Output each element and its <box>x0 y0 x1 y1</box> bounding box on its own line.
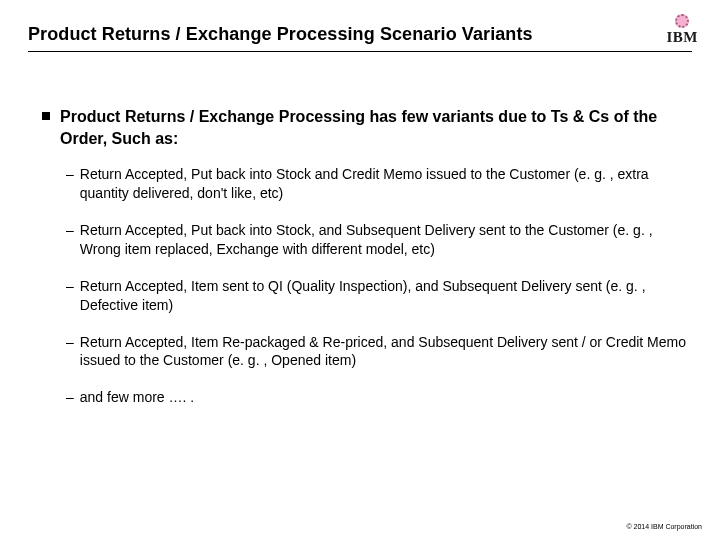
dash-bullet-icon: – <box>66 388 74 407</box>
dash-bullet-icon: – <box>66 277 74 296</box>
list-item: – Return Accepted, Item Re-packaged & Re… <box>66 333 688 371</box>
list-item-text: Return Accepted, Put back into Stock, an… <box>80 221 688 259</box>
list-item-text: Return Accepted, Item Re-packaged & Re-p… <box>80 333 688 371</box>
dash-bullet-icon: – <box>66 333 74 352</box>
list-item-text: Return Accepted, Item sent to QI (Qualit… <box>80 277 688 315</box>
logo-text: IBM <box>667 30 699 45</box>
footer-copyright: © 2014 IBM Corporation <box>626 523 702 530</box>
ibm-logo: IBM <box>667 14 699 45</box>
logo-ornament-icon <box>675 14 689 28</box>
list-item: – Return Accepted, Put back into Stock a… <box>66 165 688 203</box>
list-item-text: Return Accepted, Put back into Stock and… <box>80 165 688 203</box>
slide-body: Product Returns / Exchange Processing ha… <box>28 66 692 407</box>
list-item: – Return Accepted, Item sent to QI (Qual… <box>66 277 688 315</box>
list-item: – Return Accepted, Put back into Stock, … <box>66 221 688 259</box>
square-bullet-icon <box>42 112 50 120</box>
lead-bullet: Product Returns / Exchange Processing ha… <box>36 106 688 149</box>
header-rule <box>28 51 692 52</box>
slide-header: Product Returns / Exchange Processing Sc… <box>28 20 692 66</box>
sub-bullet-list: – Return Accepted, Put back into Stock a… <box>36 165 688 407</box>
slide-container: Product Returns / Exchange Processing Sc… <box>0 0 720 540</box>
list-item: – and few more …. . <box>66 388 688 407</box>
dash-bullet-icon: – <box>66 221 74 240</box>
list-item-text: and few more …. . <box>80 388 688 407</box>
page-title: Product Returns / Exchange Processing Sc… <box>28 20 692 45</box>
dash-bullet-icon: – <box>66 165 74 184</box>
lead-text: Product Returns / Exchange Processing ha… <box>60 106 688 149</box>
